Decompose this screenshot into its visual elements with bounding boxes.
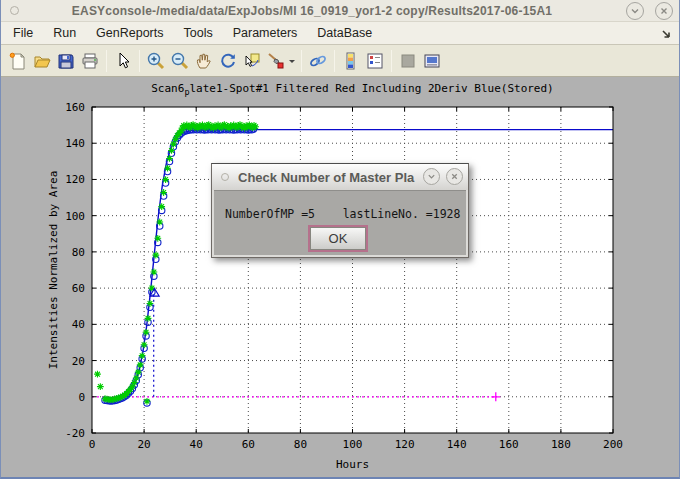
- toolbar-separator: [106, 50, 107, 72]
- chevron-down-icon: [427, 172, 436, 181]
- y-tick-label: 100: [65, 210, 85, 223]
- menu-item-run[interactable]: Run: [43, 24, 86, 42]
- print-icon[interactable]: [78, 49, 102, 73]
- menu-item-parameters[interactable]: Parameters: [223, 24, 308, 42]
- toolbar-separator: [334, 50, 335, 72]
- y-tick-label: 140: [65, 137, 85, 150]
- figure-canvas: 020406080100120140160180200-200204060801…: [1, 77, 679, 477]
- x-tick-label: 20: [137, 438, 150, 451]
- close-icon: [450, 172, 459, 181]
- y-tick-label: 20: [72, 355, 85, 368]
- plot-tools-off-icon[interactable]: [396, 49, 420, 73]
- data-cursor-icon[interactable]: [240, 49, 264, 73]
- toolbar-separator: [301, 50, 302, 72]
- menu-item-tools[interactable]: Tools: [174, 24, 223, 42]
- dialog-close-button[interactable]: [446, 168, 463, 185]
- minimize-button[interactable]: [626, 2, 644, 20]
- x-tick-label: 80: [294, 438, 307, 451]
- dock-arrow-icon[interactable]: [660, 26, 672, 44]
- save-icon[interactable]: [54, 49, 78, 73]
- dialog-title: Check Number of Master Pla: [238, 170, 416, 185]
- y-tick-label: 40: [72, 318, 85, 331]
- check-master-plates-dialog: Check Number of Master Pla NumberOfMP =5…: [211, 163, 469, 258]
- plot-title: Scan6plate1-Spot#1 Filtered Red Includin…: [151, 82, 554, 97]
- new-document-icon[interactable]: [6, 49, 30, 73]
- insert-colorbar-icon[interactable]: [339, 49, 363, 73]
- x-tick-label: 140: [447, 438, 467, 451]
- y-tick-label: 120: [65, 173, 85, 186]
- rotate-3d-icon[interactable]: [216, 49, 240, 73]
- y-tick-label: 60: [72, 282, 85, 295]
- zoom-out-icon[interactable]: [168, 49, 192, 73]
- y-tick-label: 0: [78, 391, 85, 404]
- easyconsole-window: EASYconsole-/media/data/ExpJobs/MI 16_09…: [0, 0, 680, 479]
- x-axis-label: Hours: [336, 458, 369, 471]
- x-tick-label: 60: [242, 438, 255, 451]
- brush-icon[interactable]: [264, 49, 288, 73]
- pan-icon[interactable]: [192, 49, 216, 73]
- toolbar-separator: [391, 50, 392, 72]
- y-tick-label: 80: [72, 246, 85, 259]
- plot-tools-dock-icon[interactable]: [420, 49, 444, 73]
- window-titlebar[interactable]: EASYconsole-/media/data/ExpJobs/MI 16_09…: [1, 0, 679, 22]
- pointer-icon[interactable]: [111, 49, 135, 73]
- menu-item-file[interactable]: File: [3, 24, 43, 42]
- insert-legend-icon[interactable]: [363, 49, 387, 73]
- x-tick-label: 40: [190, 438, 203, 451]
- chevron-down-icon: [630, 6, 640, 16]
- figure-toolbar: [1, 45, 679, 77]
- link-plots-icon[interactable]: [306, 49, 330, 73]
- x-tick-label: 160: [499, 438, 519, 451]
- x-tick-label: 100: [343, 438, 363, 451]
- y-tick-label: -20: [65, 427, 85, 440]
- menu-item-database[interactable]: DataBase: [307, 24, 382, 42]
- open-file-icon[interactable]: [30, 49, 54, 73]
- dialog-body: NumberOfMP =5 lastLineNo. =1928 OK: [214, 190, 466, 255]
- dialog-minimize-button[interactable]: [423, 168, 440, 185]
- x-tick-label: 180: [551, 438, 571, 451]
- menu-item-genreports[interactable]: GenReports: [86, 24, 173, 42]
- plot-area: 020406080100120140160180200-200204060801…: [1, 77, 680, 478]
- zoom-in-icon[interactable]: [144, 49, 168, 73]
- dialog-message: NumberOfMP =5 lastLineNo. =1928: [225, 207, 460, 221]
- close-icon: [659, 6, 669, 16]
- dialog-titlebar[interactable]: Check Number of Master Pla: [212, 164, 468, 190]
- dialog-window-menu-icon[interactable]: [221, 173, 229, 181]
- window-title: EASYconsole-/media/data/ExpJobs/MI 16_09…: [1, 4, 623, 18]
- x-tick-label: 200: [603, 438, 623, 451]
- y-tick-label: 160: [65, 101, 85, 114]
- x-tick-label: 0: [89, 438, 96, 451]
- toolbar-separator: [139, 50, 140, 72]
- y-axis-label: Intensities Normalized by Area: [47, 171, 60, 370]
- menu-bar: FileRunGenReportsToolsParametersDataBase: [1, 22, 679, 45]
- brush-dropdown-icon[interactable]: [288, 57, 297, 65]
- ok-button[interactable]: OK: [310, 227, 366, 250]
- x-tick-label: 120: [395, 438, 415, 451]
- close-button[interactable]: [655, 2, 673, 20]
